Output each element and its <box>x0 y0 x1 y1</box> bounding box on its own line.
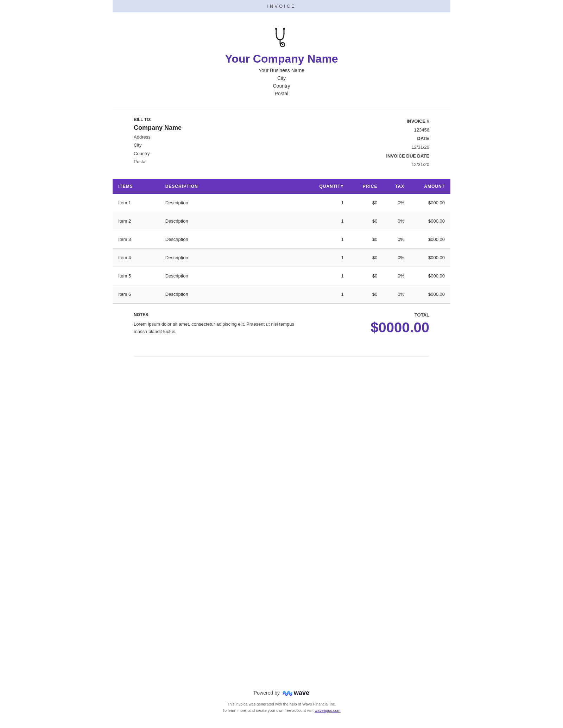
bill-to-company: Company Name <box>134 124 359 132</box>
bill-to-label: BILL TO: <box>134 117 359 122</box>
row-price-6: $0 <box>349 285 383 304</box>
row-price-3: $0 <box>349 230 383 249</box>
footer-text-line2: To learn more, and create your own free … <box>134 707 429 714</box>
invoice-banner: INVOICE <box>113 0 450 12</box>
table-header: ITEMS DESCRIPTION QUANTITY PRICE TAX AMO… <box>113 179 450 194</box>
row-amount-1: $000.00 <box>410 194 450 212</box>
total-label: TOTAL <box>352 312 429 318</box>
row-desc-5: Description <box>160 267 314 285</box>
powered-by-label: Powered by <box>254 690 280 696</box>
stethoscope-icon <box>271 26 292 49</box>
company-name: Your Company Name <box>225 52 338 65</box>
company-postal: Postal <box>275 91 289 96</box>
header-description: DESCRIPTION <box>160 179 314 194</box>
bill-to-address: Address <box>134 133 359 141</box>
wave-icon <box>283 689 292 696</box>
svg-point-2 <box>275 28 277 30</box>
row-tax-6: 0% <box>383 285 410 304</box>
row-item-2: Item 2 <box>113 212 160 230</box>
row-amount-3: $000.00 <box>410 230 450 249</box>
footer-text-line1: This invoice was generated with the help… <box>134 701 429 708</box>
svg-point-6 <box>282 44 283 45</box>
notes-block: NOTES: Lorem ipsum dolor sit amet, conse… <box>134 312 296 336</box>
header-amount: AMOUNT <box>410 179 450 194</box>
due-date-value: 12/31/20 <box>401 160 429 169</box>
table-body: Item 1 Description 1 $0 0% $000.00 Item … <box>113 194 450 304</box>
row-price-2: $0 <box>349 212 383 230</box>
bill-to-postal: Postal <box>134 158 359 166</box>
row-qty-2: 1 <box>314 212 349 230</box>
footer-divider <box>134 357 429 357</box>
row-price-1: $0 <box>349 194 383 212</box>
items-table: ITEMS DESCRIPTION QUANTITY PRICE TAX AMO… <box>113 179 450 304</box>
due-date-label: INVOICE DUE DATE <box>386 152 429 161</box>
row-qty-1: 1 <box>314 194 349 212</box>
row-desc-2: Description <box>160 212 314 230</box>
date-value: 12/31/20 <box>401 143 429 152</box>
row-item-6: Item 6 <box>113 285 160 304</box>
notes-label: NOTES: <box>134 312 296 317</box>
row-amount-6: $000.00 <box>410 285 450 304</box>
header-tax: TAX <box>383 179 410 194</box>
invoice-num-label: INVOICE # <box>407 117 429 126</box>
notes-text: Lorem ipsum dolor sit amet, consectetur … <box>134 321 296 336</box>
row-tax-3: 0% <box>383 230 410 249</box>
row-qty-4: 1 <box>314 249 349 267</box>
row-item-1: Item 1 <box>113 194 160 212</box>
bill-to-country: Country <box>134 149 359 158</box>
powered-by: Powered by wave <box>134 689 429 697</box>
row-desc-3: Description <box>160 230 314 249</box>
table-row: Item 3 Description 1 $0 0% $000.00 <box>113 230 450 249</box>
row-tax-2: 0% <box>383 212 410 230</box>
bill-to-block: BILL TO: Company Name Address City Count… <box>134 117 359 169</box>
row-amount-5: $000.00 <box>410 267 450 285</box>
business-name: Your Business Name <box>259 68 304 73</box>
header-quantity: QUANTITY <box>314 179 349 194</box>
row-qty-3: 1 <box>314 230 349 249</box>
row-desc-6: Description <box>160 285 314 304</box>
row-tax-5: 0% <box>383 267 410 285</box>
bill-to-city: City <box>134 141 359 149</box>
row-desc-1: Description <box>160 194 314 212</box>
table-row: Item 6 Description 1 $0 0% $000.00 <box>113 285 450 304</box>
row-amount-2: $000.00 <box>410 212 450 230</box>
invoice-num-value: 123456 <box>401 126 429 135</box>
header-price: PRICE <box>349 179 383 194</box>
table-row: Item 4 Description 1 $0 0% $000.00 <box>113 249 450 267</box>
header-items: ITEMS <box>113 179 160 194</box>
row-qty-6: 1 <box>314 285 349 304</box>
row-tax-1: 0% <box>383 194 410 212</box>
row-price-5: $0 <box>349 267 383 285</box>
row-desc-4: Description <box>160 249 314 267</box>
table-row: Item 5 Description 1 $0 0% $000.00 <box>113 267 450 285</box>
row-item-5: Item 5 <box>113 267 160 285</box>
date-label: DATE <box>417 134 429 143</box>
bill-section: BILL TO: Company Name Address City Count… <box>113 107 450 179</box>
wave-brand-text: wave <box>294 689 309 697</box>
row-price-4: $0 <box>349 249 383 267</box>
svg-point-3 <box>283 28 285 30</box>
wave-logo: wave <box>283 689 309 697</box>
row-item-3: Item 3 <box>113 230 160 249</box>
total-amount: $0000.00 <box>352 320 429 336</box>
company-city: City <box>277 75 286 81</box>
notes-total-section: NOTES: Lorem ipsum dolor sit amet, conse… <box>113 304 450 346</box>
row-amount-4: $000.00 <box>410 249 450 267</box>
row-qty-5: 1 <box>314 267 349 285</box>
table-row: Item 2 Description 1 $0 0% $000.00 <box>113 212 450 230</box>
company-header: Your Company Name Your Business Name Cit… <box>113 12 450 107</box>
table-row: Item 1 Description 1 $0 0% $000.00 <box>113 194 450 212</box>
footer: Powered by wave This invoice was generat… <box>113 679 450 728</box>
total-block: TOTAL $0000.00 <box>352 312 429 336</box>
footer-link[interactable]: waveapps.com <box>315 708 340 713</box>
row-item-4: Item 4 <box>113 249 160 267</box>
row-tax-4: 0% <box>383 249 410 267</box>
invoice-info-block: INVOICE # 123456 DATE 12/31/20 INVOICE D… <box>359 117 429 169</box>
company-country: Country <box>273 83 290 89</box>
